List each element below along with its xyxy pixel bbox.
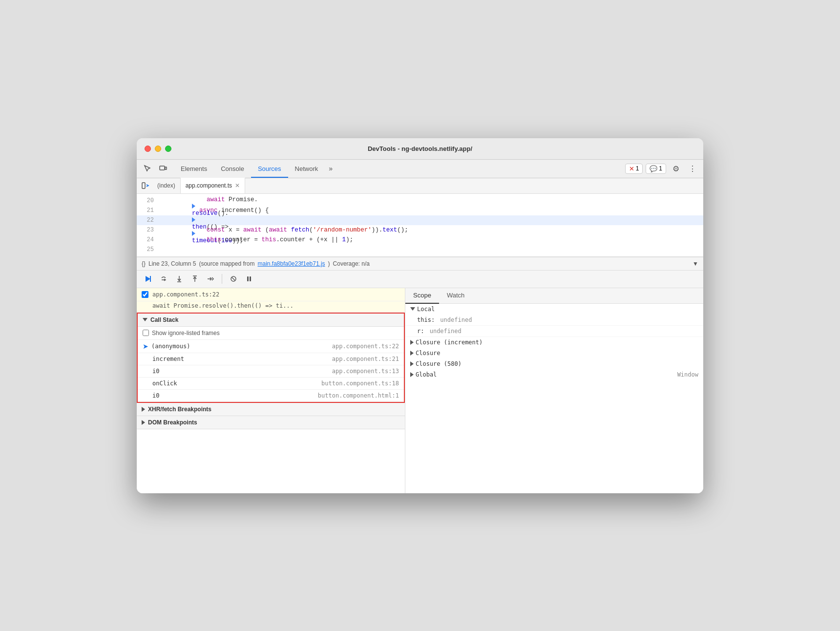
scope-local-label: Local <box>417 306 435 313</box>
devtools-right-controls: ✕ 1 💬 1 ⚙ ⋮ <box>625 162 699 175</box>
resume-button[interactable] <box>142 273 154 285</box>
stack-frame-2[interactable]: i0 app.component.ts:13 <box>138 365 404 378</box>
scope-closure-580-expand-icon <box>410 361 414 366</box>
svg-rect-13 <box>250 276 251 281</box>
current-frame-arrow-icon: ➤ <box>143 342 148 350</box>
scope-closure-section[interactable]: Closure <box>405 348 703 358</box>
scope-key-r: r: <box>417 328 428 335</box>
tab-elements[interactable]: Elements <box>174 159 214 178</box>
window-title: DevTools - ng-devtools.netlify.app/ <box>368 145 472 152</box>
tab-console[interactable]: Console <box>214 159 251 178</box>
code-editor: 20 21 async increment() { 22 await Promi… <box>137 194 703 257</box>
scope-local-expand-icon <box>410 307 415 311</box>
tab-network[interactable]: Network <box>288 159 325 178</box>
info-badge[interactable]: 💬 1 <box>646 164 666 174</box>
tab-watch[interactable]: Watch <box>439 288 472 304</box>
source-map-file-link[interactable]: main.fa8bfa0e23f1eb71.js <box>257 260 325 267</box>
scope-closure-increment-section[interactable]: Closure (increment) <box>405 337 703 348</box>
call-stack-section: Call Stack Show ignore-listed frames ➤ (… <box>137 313 405 403</box>
left-panel: app.component.ts:22 await Promise.resolv… <box>137 288 405 493</box>
scope-global-expand-icon <box>410 372 414 377</box>
scope-closure-increment-label: Closure (increment) <box>416 339 483 346</box>
minimize-button[interactable] <box>155 146 161 152</box>
file-tabs-bar: (index) app.component.ts ✕ <box>137 178 703 194</box>
error-count: 1 <box>636 165 639 172</box>
more-options-icon[interactable]: ⋮ <box>686 162 699 175</box>
ignore-frames-checkbox[interactable] <box>143 330 149 336</box>
file-tab-app-component[interactable]: app.component.ts ✕ <box>181 178 245 193</box>
dom-breakpoints-label: DOM Breakpoints <box>148 419 197 426</box>
source-map-close: ) <box>328 260 330 267</box>
settings-icon[interactable]: ⚙ <box>669 162 683 175</box>
file-tab-index-label: (index) <box>157 182 175 189</box>
xhr-breakpoints-header[interactable]: XHR/fetch Breakpoints <box>137 403 405 416</box>
tab-sources[interactable]: Sources <box>251 159 288 178</box>
file-tab-app-component-label: app.component.ts <box>186 182 232 189</box>
file-tab-close-icon[interactable]: ✕ <box>235 182 240 189</box>
breakpoint-checkbox[interactable] <box>142 291 148 298</box>
debug-toolbar <box>137 271 703 288</box>
scope-item-this: this: undefined <box>405 315 703 326</box>
svg-rect-1 <box>165 167 167 169</box>
call-stack-header[interactable]: Call Stack <box>138 314 404 327</box>
dom-breakpoints-header[interactable]: DOM Breakpoints <box>137 416 405 429</box>
file-navigator-toggle-icon[interactable] <box>139 179 152 192</box>
step-button[interactable] <box>204 273 217 285</box>
scope-closure-580-label: Closure (580) <box>416 360 462 367</box>
svg-line-11 <box>232 277 235 280</box>
xhr-breakpoints-expand-icon <box>142 407 145 412</box>
inspect-icon[interactable] <box>141 162 154 175</box>
ignore-frames-label: Show ignore-listed frames <box>152 330 220 337</box>
call-stack-expand-icon <box>143 318 147 321</box>
code-line-24: 24 this.counter = this.counter + (+x || … <box>137 235 703 245</box>
xhr-breakpoints-label: XHR/fetch Breakpoints <box>148 406 211 413</box>
step-out-button[interactable] <box>189 273 201 285</box>
error-badge[interactable]: ✕ 1 <box>625 164 643 174</box>
stack-frame-name-4: i0 <box>143 392 318 399</box>
traffic-lights <box>145 146 171 152</box>
step-over-button[interactable] <box>157 273 170 285</box>
stack-frame-name-3: onClick <box>143 380 321 387</box>
stack-frame-3[interactable]: onClick button.component.ts:18 <box>138 378 404 390</box>
scope-value-r: undefined <box>430 328 462 335</box>
info-count: 1 <box>659 165 662 172</box>
cursor-position: Line 23, Column 5 <box>148 260 196 267</box>
lower-panel: app.component.ts:22 await Promise.resolv… <box>137 288 703 493</box>
maximize-button[interactable] <box>165 146 171 152</box>
info-icon: 💬 <box>650 165 657 172</box>
coverage-label: Coverage: n/a <box>333 260 370 267</box>
scope-global-section[interactable]: Global Window <box>405 369 703 380</box>
scope-watch-tabs: Scope Watch <box>405 288 703 304</box>
scope-item-r: r: undefined <box>405 326 703 337</box>
devtools-window: DevTools - ng-devtools.netlify.app/ Elem… <box>137 138 703 493</box>
source-map-label: (source mapped from <box>199 260 254 267</box>
breakpoint-item: app.component.ts:22 <box>137 288 405 301</box>
close-button[interactable] <box>145 146 151 152</box>
deactivate-breakpoints-button[interactable] <box>227 273 240 285</box>
file-tab-index[interactable]: (index) <box>152 178 181 193</box>
device-toolbar-icon[interactable] <box>156 162 170 175</box>
devtools-tabs-bar: Elements Console Sources Network » ✕ 1 💬… <box>137 160 703 178</box>
tab-scope[interactable]: Scope <box>405 288 439 304</box>
more-tabs-button[interactable]: » <box>325 159 336 178</box>
status-bar: {} Line 23, Column 5 (source mapped from… <box>137 257 703 271</box>
scope-closure-580-section[interactable]: Closure (580) <box>405 358 703 369</box>
stack-frame-4[interactable]: i0 button.component.html:1 <box>138 390 404 402</box>
scope-key-this: this: <box>417 316 438 323</box>
stack-frame-name-1: increment <box>143 356 332 362</box>
svg-rect-2 <box>142 183 145 189</box>
stack-frame-loc-3: button.component.ts:18 <box>321 380 399 387</box>
format-icon[interactable]: {} <box>142 260 146 267</box>
stack-frame-loc-2: app.component.ts:13 <box>332 368 399 375</box>
stack-frame-0[interactable]: ➤ (anonymous) app.component.ts:22 <box>138 340 404 353</box>
step-into-button[interactable] <box>173 273 186 285</box>
call-stack-label: Call Stack <box>150 316 178 323</box>
stack-frame-1[interactable]: increment app.component.ts:21 <box>138 353 404 365</box>
devtools-icon-area <box>141 162 170 175</box>
scope-closure-expand-icon <box>410 351 414 356</box>
breakpoint-label: app.component.ts:22 <box>152 291 219 298</box>
stack-frame-name-2: i0 <box>143 368 332 375</box>
scope-local-section[interactable]: Local <box>405 304 703 315</box>
expand-icon[interactable]: ▼ <box>693 260 698 267</box>
pause-on-exceptions-button[interactable] <box>243 273 255 285</box>
